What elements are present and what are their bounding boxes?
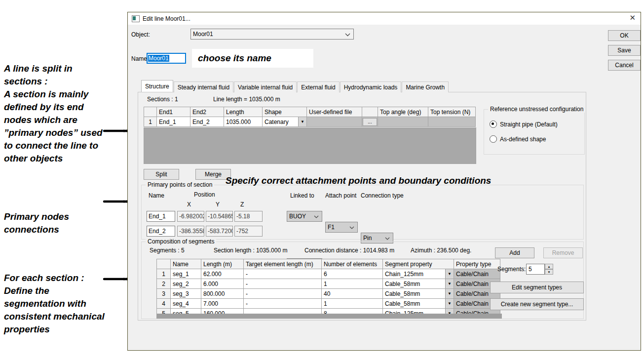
primary-name-header: Name [149,192,164,199]
end1-attach-combobox[interactable]: F1 [325,222,358,233]
tab-steady-internal-fluid[interactable]: Steady internal fluid [174,81,233,92]
segment-row: 4 seg_4 7.000 - 1 Cable_58mm▼ Cable/Chai… [157,299,500,309]
seg-name-cell[interactable]: seg_3 [171,289,201,299]
seg-elements-cell[interactable]: 1 [322,279,383,289]
create-segment-type-button[interactable]: Create new segment type... [490,298,584,310]
col-end1: End1 [157,107,190,117]
end1-y-field[interactable]: -10.548655 [206,211,233,222]
primary-position-header: Position [194,191,215,198]
col-seg-length: Length (m) [201,259,244,269]
property-dropdown-icon[interactable]: ▼ [445,269,454,279]
end2-x-field[interactable]: -386.35586 [177,226,204,237]
col-top-angle: Top angle (deg) [378,107,428,117]
radio-as-defined[interactable]: As-defined shape [490,135,546,143]
seg-property-cell[interactable]: Cable_58mm▼ [383,299,454,309]
section-end2-cell[interactable]: End_2 [190,117,224,127]
annotation-specify: Specify correct attachment points and bo… [226,174,551,187]
azimuth: Azimuth : 236.500 deg. [411,247,471,254]
sections-count: Sections : 1 [147,96,178,103]
reference-config-title: Reference unstressed configuration [488,106,585,113]
col-seg-property: Segment property [383,259,454,269]
end2-name-field[interactable]: End_2 [147,226,175,237]
tab-hydrodynamic-loads[interactable]: Hydrodynamic loads [340,81,402,92]
col-top-tension: Top tension (N) [428,107,476,117]
end1-connection-value: Pin [363,235,372,242]
chevron-down-icon [385,237,390,240]
end2-y-field[interactable]: -583.72007 [206,226,233,237]
primary-points-group: Primary points of section Name Position … [141,185,584,240]
property-dropdown-icon[interactable]: ▼ [445,289,454,298]
seg-target-cell[interactable]: - [244,269,322,279]
seg-name-cell[interactable]: seg_1 [171,269,201,279]
edit-segment-types-button[interactable]: Edit segment types [490,282,584,293]
col-length: Length [224,107,263,117]
segments-spinner[interactable]: 5 ▲ ▼ [526,264,553,275]
chevron-down-icon [314,215,319,218]
tab-external-fluid[interactable]: External fluid [297,81,339,92]
seg-type-cell: Cable/Chain [454,269,500,279]
title-bar[interactable]: Edit line Moor01... ✕ [128,12,641,25]
seg-target-cell[interactable]: - [244,279,322,289]
section-end1-cell[interactable]: End_1 [157,117,190,127]
sections-table: End1 End2 Length Shape User-defined file… [144,107,476,127]
shape-dropdown-icon[interactable]: ▼ [298,117,306,126]
end1-name-field[interactable]: End_1 [147,211,175,222]
seg-length-cell[interactable]: 6.000 [201,279,244,289]
ok-button[interactable]: OK [608,30,641,41]
remove-segment-button[interactable]: Remove [543,247,583,258]
radio-straight-pipe[interactable]: Straight pipe (Default) [490,121,558,128]
seg-length-cell[interactable]: 800.000 [201,289,244,299]
end1-attach-value: F1 [328,224,335,231]
seg-length-cell[interactable]: 62.000 [201,269,244,279]
end2-z-field[interactable]: -752 [234,226,263,237]
end1-x-field[interactable]: -6.9820028 [177,211,204,222]
add-segment-button[interactable]: Add [495,247,534,258]
spinner-up-icon[interactable]: ▲ [545,264,553,269]
section-top-tension-cell [428,117,476,127]
section-row: 1 End_1 End_2 1035.000 Catenary ▼ ... [144,117,476,127]
property-dropdown-icon[interactable]: ▼ [445,299,454,308]
tab-marine-growth[interactable]: Marine Growth [402,81,449,92]
radio-as-defined-icon[interactable] [490,135,497,143]
object-value: Moor01 [193,31,213,38]
end1-linked-combobox[interactable]: BUOY [287,211,322,222]
name-input[interactable]: Moor01 [147,53,186,64]
seg-elements-cell[interactable]: 1 [322,299,383,309]
end1-z-field[interactable]: -5.18 [234,211,263,222]
shape-value: Catenary [263,119,298,125]
close-icon[interactable]: ✕ [629,13,636,22]
col-end2: End2 [190,107,224,117]
save-button[interactable]: Save [608,45,641,56]
seg-name-cell[interactable]: seg_2 [171,279,201,289]
property-dropdown-icon[interactable]: ▼ [445,279,454,288]
segments-spinner-value[interactable]: 5 [526,264,545,275]
section-shape-cell[interactable]: Catenary ▼ [263,117,307,127]
connection-distance: Connection distance : 1014.983 m [304,247,394,254]
seg-elements-cell[interactable]: 40 [322,289,383,299]
section-length-cell[interactable]: 1035.000 [224,117,263,127]
attach-point-header: Attach point [325,192,356,199]
tab-structure[interactable]: Structure [141,80,173,92]
seg-target-cell[interactable]: - [244,289,322,299]
browse-button[interactable]: ... [363,118,377,126]
split-button[interactable]: Split [144,169,179,180]
cancel-button[interactable]: Cancel [608,60,641,71]
object-combobox[interactable]: Moor01 [190,29,354,40]
segments-count: Segments : 5 [150,247,185,254]
seg-target-cell[interactable]: - [244,299,322,309]
tab-strip: StructureSteady internal fluidVariable i… [141,81,449,93]
col-user-file: User-defined file [307,107,362,117]
seg-name-cell[interactable]: seg_4 [171,299,201,309]
seg-property-cell[interactable]: Cable_58mm▼ [383,279,454,289]
seg-elements-cell[interactable]: 6 [322,269,383,279]
radio-straight-pipe-icon[interactable] [490,121,497,128]
seg-length-cell[interactable]: 7.000 [201,299,244,309]
segment-row: 1 seg_1 62.000 - 6 Chain_125mm▼ Cable/Ch… [157,269,500,279]
seg-property-cell[interactable]: Chain_125mm▼ [383,269,454,279]
section-length: Section length : 1035.000 m [214,247,287,254]
composition-title: Composition of segments [146,238,216,245]
tab-variable-internal-fluid[interactable]: Variable internal fluid [234,81,297,92]
seg-property-cell[interactable]: Cable_58mm▼ [383,289,454,299]
spinner-down-icon[interactable]: ▼ [545,269,553,275]
line-length: Line length = 1035.000 m [213,96,280,103]
